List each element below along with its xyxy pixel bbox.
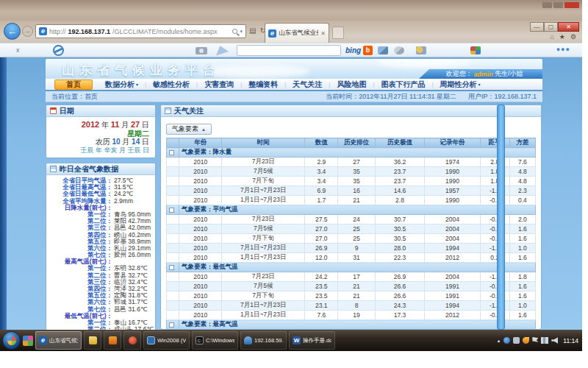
table-row[interactable]: 20101月1日~7月23日12.03122.320120.21.6 [167,253,536,263]
welcome-user: admin [473,71,493,78]
toolbar-addon-icon-3[interactable] [416,46,426,54]
nav-item-8[interactable]: 周期性分析▾ [434,79,487,90]
taskbar-button-orange[interactable] [104,331,121,350]
favorites-star-icon[interactable]: ★ [559,33,565,40]
toolbar-search-input[interactable] [237,45,341,56]
column-header: 距平 [480,138,509,148]
nav-item-0[interactable]: 首页 [54,79,93,90]
checkbox[interactable] [169,150,174,155]
cell: 23.7 [375,177,425,186]
taskbar-button-cmd[interactable]: C:C:\Windows\s... [192,331,238,350]
toolbar-addon-icon-4[interactable] [470,46,481,54]
close-icon[interactable] [564,2,579,8]
taskbar-button-folder[interactable] [84,331,101,350]
compat-icon[interactable]: ▤ [249,26,256,35]
network-icon[interactable] [541,337,548,344]
taskbar-button-ie[interactable]: e山东省气候业... [35,331,82,350]
element-dropdown-button[interactable]: 气象要素 ▲ [166,124,212,135]
nav-item-5[interactable]: 天气关注 [286,79,329,90]
maximize-button[interactable]: ▢ [544,22,558,32]
page-left-edge [0,57,7,330]
minimize-icon[interactable] [542,2,552,8]
home-icon[interactable]: ⌂ [550,33,553,40]
maximize-icon[interactable] [553,2,563,8]
table-row[interactable]: 20101月1日~7月23日1.7212.81990-0.10.4 [167,196,536,205]
table-row[interactable]: 20107月5候3.43523.719901.84.8 [167,167,536,177]
tray-app-icon[interactable] [503,337,510,344]
table-row[interactable]: 20107月下旬3.43523.719901.84.8 [167,177,536,186]
table-row[interactable]: 20101月1日~7月23日7.61917.32012-0.41.6 [167,311,536,320]
new-tab-button[interactable] [332,26,344,39]
bing-logo[interactable]: bing b [345,46,373,55]
table-row[interactable]: 20107月5候27.02530.52004-0.31.6 [167,224,536,234]
table-row[interactable]: 20107月下旬23.52126.61991-0.51.6 [167,291,536,301]
settings-gear-icon[interactable]: ⚙ [570,33,576,40]
tray-alert-icon[interactable] [523,337,529,344]
cell: -1.0 [480,244,509,253]
forward-button[interactable]: → [22,26,33,37]
table-row[interactable]: 20107月1日~7月23日26.9928.01994-1.01.0 [167,244,536,253]
table-row[interactable]: 20107月下旬27.02530.52004-0.31.6 [167,234,536,244]
cell: 27.0 [305,224,338,234]
toolbar-addon-icon-2[interactable] [394,46,404,54]
cell: 26.9 [305,244,338,253]
cell: 1990 [425,167,480,177]
nav-item-2[interactable]: 敏感性分析 [146,79,196,90]
toolbar-close[interactable]: x [16,46,20,54]
checkbox[interactable] [169,208,174,213]
nav-item-7[interactable]: 图表下行产品 [374,79,431,90]
table-row[interactable]: 20107月1日~7月23日23.1824.31994-1.11.0 [167,301,536,311]
table-row[interactable]: 20107月23日24.21726.92004-1.11.8 [167,272,536,282]
chevron-down-icon[interactable]: ▾ [240,29,243,35]
vertical-scrollbar[interactable] [497,105,505,330]
taskbar-button-monitor[interactable]: Win2008 (VS2... [143,331,190,350]
toolbar-addon-icon-1[interactable] [378,46,388,54]
checkbox[interactable] [169,322,174,328]
tab-close-icon[interactable]: ✕ [320,30,326,37]
browser-tab[interactable]: e 山东省气候业务平... ✕ [265,23,329,43]
table-row[interactable]: 20107月23日27.52430.72004-0.72.0 [167,215,536,224]
url-path: /GLCCLIMATE/modules/home.aspx [112,28,217,35]
cell: 1.8 [509,272,535,282]
nav-item-6[interactable]: 风险地图 [330,79,373,90]
pinned-app-icon[interactable] [23,336,33,346]
calendar-lunar-part: 14 [132,138,140,146]
nav-item-1[interactable]: 数据分析▾ [98,79,145,90]
weather-panel-header: 昨日全省气象数据 [46,163,155,175]
checkbox[interactable] [169,265,174,270]
taskbar-button-label: 山东省气候业... [49,337,78,344]
tray-clock[interactable]: 11:14 [563,337,578,344]
cell: 3.4 [305,167,338,177]
taskbar-button-red[interactable] [123,331,141,350]
nav-item-3[interactable]: 灾害查询 [198,79,240,90]
orange-icon [109,336,117,344]
info-row: 当前位置：首页 当前时间：2012年11月27日 11:14:31 星期二 用户… [46,91,542,102]
tray-status-icon[interactable] [513,337,520,344]
nav-item-4[interactable]: 整编资料 [242,79,284,90]
snagit-icon[interactable] [53,45,64,56]
more-icon[interactable]: ●●● [556,46,570,53]
cell: -1.1 [480,272,509,282]
speaker-icon[interactable] [551,337,558,344]
calendar-weekday: 星期二 [52,130,149,138]
close-button[interactable]: ✕ [558,22,579,32]
address-bar[interactable]: e http://192.168.137.1/GLCCLIMATE/module… [35,24,246,38]
start-button[interactable] [2,331,21,350]
taskbar-button-word[interactable]: W操作手册.docx ... [289,331,335,350]
search-icon[interactable] [232,29,237,34]
taskbar-button-rdp[interactable]: 192.168.59.99... [240,331,287,350]
minimize-button[interactable]: — [530,22,544,32]
send-icon[interactable] [214,43,229,55]
action-center-flag-icon[interactable] [532,337,538,344]
cell: 22.3 [375,253,425,263]
table-row[interactable]: 20107月5候23.52126.61991-0.51.6 [167,282,536,291]
table-row[interactable]: 20107月23日2.92736.219742.87.6 [167,158,536,167]
cell: 24.3 [375,301,425,311]
back-button[interactable]: ← [4,23,21,40]
cell: 1.6 [509,291,535,301]
camera-icon[interactable] [196,47,207,54]
table-row[interactable]: 20107月1日~7月23日6.91614.61957-1.02.3 [167,186,536,196]
tray-expand-icon[interactable]: ▲ [496,339,501,343]
cell: 1991 [425,291,480,301]
cell: 2.0 [509,215,535,224]
